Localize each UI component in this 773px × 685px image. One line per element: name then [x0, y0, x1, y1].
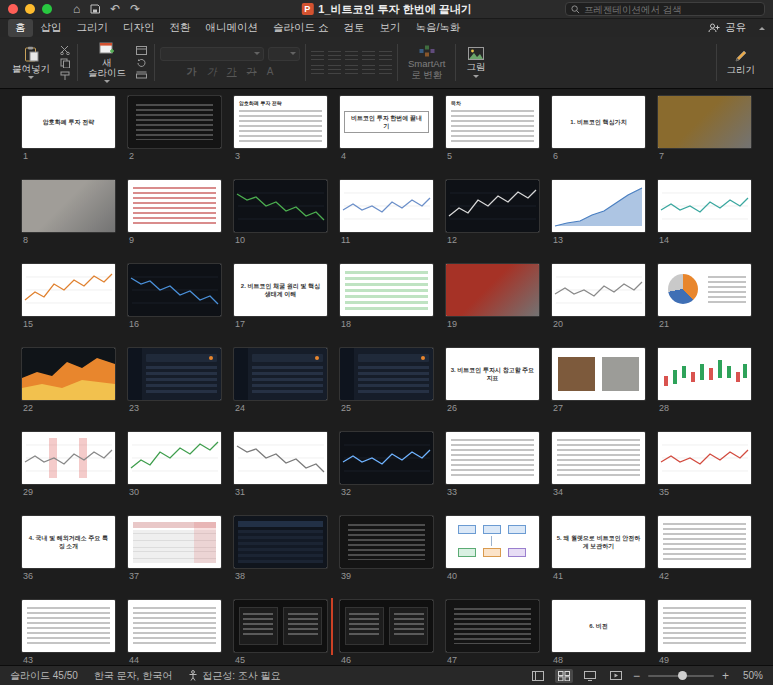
slide-thumbnail[interactable]	[658, 516, 751, 568]
collapse-ribbon-icon[interactable]	[759, 27, 765, 30]
ribbon-tab[interactable]: 슬라이드 쇼	[266, 19, 335, 37]
slide-thumbnail[interactable]	[658, 600, 751, 652]
slide-thumbnail[interactable]: 4. 국내 및 해외거래소 주요 특징 소개	[22, 516, 115, 568]
undo-icon[interactable]: ↶	[110, 2, 120, 16]
align-left-button[interactable]	[311, 65, 324, 75]
save-icon[interactable]	[90, 4, 100, 14]
font-style-button[interactable]: 가	[224, 65, 240, 79]
slide-thumbnail[interactable]	[340, 516, 433, 568]
section-button[interactable]	[134, 70, 149, 79]
ribbon-tab[interactable]: 검토	[336, 19, 371, 37]
slide-thumbnail[interactable]: 비트코인 투자 한번에 끝내기	[340, 96, 433, 148]
slide-thumbnail[interactable]	[234, 348, 327, 400]
slide-thumbnail[interactable]	[552, 432, 645, 484]
search-input[interactable]	[584, 4, 759, 15]
zoom-level[interactable]: 50%	[737, 670, 763, 681]
slide-thumbnail[interactable]: 3. 비트코인 투자시 참고할 주요 지표	[446, 348, 539, 400]
slide-thumbnail[interactable]: 목차	[446, 96, 539, 148]
slide-sorter-view-button[interactable]	[555, 669, 573, 683]
numbered-list-button[interactable]	[328, 51, 341, 61]
font-style-button[interactable]: 가	[244, 65, 260, 79]
ribbon-tab[interactable]: 홈	[8, 19, 33, 37]
slide-thumbnail[interactable]	[446, 516, 539, 568]
slide-thumbnail[interactable]	[552, 180, 645, 232]
zoom-slider[interactable]	[648, 675, 714, 677]
slide-thumbnail[interactable]	[128, 180, 221, 232]
font-name-select[interactable]	[160, 47, 264, 61]
slide-thumbnail[interactable]	[446, 180, 539, 232]
copy-button[interactable]	[58, 58, 72, 68]
minimize-window-icon[interactable]	[25, 4, 35, 14]
slide-thumbnail[interactable]	[552, 348, 645, 400]
font-style-button[interactable]: 가	[204, 65, 220, 79]
slide-thumbnail[interactable]	[128, 516, 221, 568]
draw-button[interactable]: 그리기	[722, 47, 761, 77]
paste-button[interactable]: 붙여넣기	[7, 44, 55, 81]
slide-thumbnail[interactable]	[234, 180, 327, 232]
increase-indent-button[interactable]	[362, 51, 375, 61]
home-icon[interactable]: ⌂	[73, 2, 80, 16]
slide-thumbnail[interactable]	[658, 264, 751, 316]
slide-thumbnail[interactable]	[552, 264, 645, 316]
slide-thumbnail[interactable]: 암호화폐 투자 전략	[234, 96, 327, 148]
text-direction-button[interactable]	[379, 65, 392, 75]
slide-thumbnail[interactable]	[340, 348, 433, 400]
font-style-button[interactable]: 가	[184, 65, 200, 79]
search-box[interactable]	[565, 2, 765, 16]
align-center-button[interactable]	[328, 65, 341, 75]
language-status[interactable]: 한국 문자, 한국어	[94, 669, 172, 683]
zoom-slider-knob[interactable]	[678, 671, 687, 680]
slide-thumbnail[interactable]	[128, 264, 221, 316]
slide-thumbnail[interactable]	[340, 264, 433, 316]
slide-thumbnail[interactable]: 6. 비전	[552, 600, 645, 652]
decrease-indent-button[interactable]	[345, 51, 358, 61]
slide-thumbnail[interactable]	[128, 348, 221, 400]
redo-icon[interactable]: ↷	[130, 2, 140, 16]
slide-thumbnail[interactable]	[128, 96, 221, 148]
align-right-button[interactable]	[345, 65, 358, 75]
picture-button[interactable]: 그림	[461, 45, 490, 79]
bullet-list-button[interactable]	[311, 51, 324, 61]
slide-thumbnail[interactable]: 5. 왜 월렛으로 비트코인 안전하게 보관하기	[552, 516, 645, 568]
slide-thumbnail[interactable]	[234, 516, 327, 568]
justify-button[interactable]	[362, 65, 375, 75]
slide-thumbnail[interactable]: 2. 비트코인 채굴 원리 및 핵심 생태계 이해	[234, 264, 327, 316]
slide-thumbnail[interactable]	[446, 432, 539, 484]
slide-thumbnail[interactable]	[22, 264, 115, 316]
slide-thumbnail[interactable]: 암호화폐 투자 전략	[22, 96, 115, 148]
ribbon-tab[interactable]: 보기	[372, 19, 407, 37]
slide-thumbnail[interactable]	[658, 432, 751, 484]
font-style-button[interactable]: A	[264, 66, 277, 77]
font-size-select[interactable]	[268, 47, 300, 61]
slide-thumbnail[interactable]	[128, 600, 221, 652]
ribbon-tab[interactable]: 디자인	[116, 19, 162, 37]
slide-thumbnail[interactable]	[22, 432, 115, 484]
slide-thumbnail[interactable]	[658, 180, 751, 232]
new-slide-button[interactable]: 새 슬라이드	[83, 40, 131, 86]
ribbon-tab[interactable]: 애니메이션	[199, 19, 266, 37]
slide-thumbnail[interactable]	[340, 180, 433, 232]
zoom-in-button[interactable]: +	[722, 670, 729, 682]
slide-thumbnail[interactable]	[340, 432, 433, 484]
zoom-out-button[interactable]: −	[633, 670, 640, 682]
slideshow-view-button[interactable]	[607, 669, 625, 683]
slide-thumbnail[interactable]	[22, 600, 115, 652]
accessibility-status[interactable]: 접근성: 조사 필요	[188, 669, 280, 683]
format-painter-button[interactable]	[58, 71, 72, 81]
reading-view-button[interactable]	[581, 669, 599, 683]
convert-to-smartart-button[interactable]: SmartArt 로 변환	[403, 43, 450, 82]
reset-slide-button[interactable]	[134, 58, 149, 67]
ribbon-tab[interactable]: 그리기	[70, 19, 116, 37]
ribbon-tab[interactable]: 전환	[163, 19, 198, 37]
ribbon-tab[interactable]: 삽입	[34, 19, 69, 37]
line-spacing-button[interactable]	[379, 51, 392, 61]
slide-thumbnail[interactable]	[446, 264, 539, 316]
slide-thumbnail[interactable]	[22, 348, 115, 400]
slide-thumbnail[interactable]	[340, 600, 433, 652]
normal-view-button[interactable]	[529, 669, 547, 683]
close-window-icon[interactable]	[8, 4, 18, 14]
share-button[interactable]: 공유	[725, 21, 746, 35]
slide-thumbnail[interactable]: 1. 비트코인 핵심가치	[552, 96, 645, 148]
slide-thumbnail[interactable]	[128, 432, 221, 484]
slide-thumbnail[interactable]	[22, 180, 115, 232]
